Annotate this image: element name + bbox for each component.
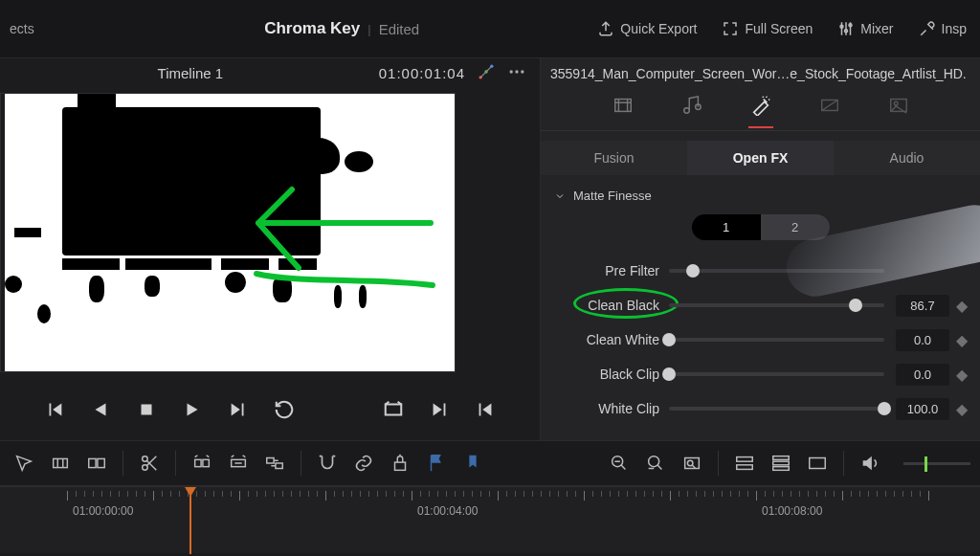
tab-fusion[interactable]: Fusion xyxy=(541,141,687,175)
svg-point-6 xyxy=(510,70,513,73)
tab-transition-icon[interactable] xyxy=(817,95,842,128)
quick-export-button[interactable]: Quick Export xyxy=(597,20,697,37)
svg-rect-34 xyxy=(773,461,790,465)
play-reverse-button[interactable] xyxy=(90,399,111,423)
timeline-view-a[interactable] xyxy=(730,453,759,474)
slider-track[interactable] xyxy=(669,338,884,342)
svg-point-15 xyxy=(894,101,898,105)
zoom-fit-button[interactable] xyxy=(641,453,670,474)
viewer-pane: Timeline 1 01:00:01:04 xyxy=(0,58,541,440)
keyframe-icon[interactable]: ◆ xyxy=(949,331,974,349)
time-ruler[interactable]: 01:00:00:00 01:00:04:00 01:00:08:00 xyxy=(67,491,980,520)
svg-rect-33 xyxy=(773,456,790,460)
svg-rect-32 xyxy=(737,465,753,470)
ruler-label: 01:00:08:00 xyxy=(762,504,822,518)
slider-value[interactable]: 0.0 xyxy=(896,364,949,386)
slider-track[interactable] xyxy=(669,407,884,411)
more-icon xyxy=(507,62,526,81)
matte-finesse-header[interactable]: Matte Finesse xyxy=(541,175,980,209)
slider-track[interactable] xyxy=(669,372,884,376)
project-title: Chroma Key xyxy=(264,19,360,38)
svg-rect-9 xyxy=(142,405,152,415)
mute-button[interactable] xyxy=(856,453,884,474)
inspector-button[interactable]: Insp xyxy=(919,20,967,37)
svg-rect-17 xyxy=(89,458,96,467)
svg-rect-16 xyxy=(54,458,68,467)
fullscreen-icon xyxy=(722,20,739,37)
clip-name: 355914_Man_Computer_Screen_Wor…e_Stock_F… xyxy=(541,58,980,89)
tab-effects-icon[interactable] xyxy=(748,95,773,128)
tab-image-icon[interactable] xyxy=(886,95,911,128)
viewer-options-button[interactable] xyxy=(507,62,526,84)
timecode[interactable]: 01:00:01:04 xyxy=(379,65,465,81)
timeline-zoom-slider[interactable] xyxy=(903,462,970,465)
segment-2[interactable]: 2 xyxy=(761,214,830,240)
play-button[interactable] xyxy=(182,399,203,423)
tab-openfx[interactable]: Open FX xyxy=(687,141,834,175)
marker-button[interactable] xyxy=(458,453,487,474)
title-separator: | xyxy=(368,22,370,36)
inspector-pane: 355914_Man_Computer_Screen_Wor…e_Stock_F… xyxy=(541,58,980,440)
svg-rect-24 xyxy=(267,458,274,464)
edit-toolbar xyxy=(0,440,980,486)
timeline-view-c[interactable] xyxy=(803,453,832,474)
next-clip-button[interactable] xyxy=(429,399,450,423)
slider-value[interactable]: 0.0 xyxy=(896,329,949,351)
tab-video-icon[interactable] xyxy=(611,95,635,128)
keyframe-icon[interactable]: ◆ xyxy=(949,366,974,384)
svg-rect-25 xyxy=(276,463,282,469)
full-screen-button[interactable]: Full Screen xyxy=(722,20,813,37)
slider-track[interactable] xyxy=(669,269,884,273)
slider-label: Clean White xyxy=(541,332,669,347)
tab-audio-icon[interactable] xyxy=(679,95,704,128)
flag-button[interactable] xyxy=(422,453,451,474)
svg-point-8 xyxy=(521,70,523,73)
zoom-custom-button[interactable] xyxy=(678,453,706,474)
fx-tab-group: Fusion Open FX Audio xyxy=(541,141,980,175)
playhead[interactable] xyxy=(189,487,191,554)
slider-track[interactable] xyxy=(669,303,884,307)
segment-1[interactable]: 1 xyxy=(692,214,761,240)
ruler-label: 01:00:04:00 xyxy=(417,504,478,518)
slider-label: Pre Filter xyxy=(541,263,669,278)
color-wand-button[interactable] xyxy=(477,62,496,84)
selection-tool[interactable] xyxy=(10,453,38,474)
zoom-out-button[interactable] xyxy=(605,453,634,474)
tab-audio[interactable]: Audio xyxy=(834,141,980,175)
effects-label: ects xyxy=(10,21,86,36)
mixer-button[interactable]: Mixer xyxy=(837,20,893,37)
go-start-button[interactable] xyxy=(44,399,65,423)
position-lock-button[interactable] xyxy=(386,453,414,474)
match-frame-button[interactable] xyxy=(383,399,404,423)
snap-button[interactable] xyxy=(313,453,342,474)
replace-clip-button[interactable] xyxy=(260,453,289,474)
razor-tool[interactable] xyxy=(135,453,164,474)
slider-pre-filter: Pre Filter xyxy=(541,254,980,288)
timeline[interactable]: 01:00:00:00 01:00:04:00 01:00:08:00 xyxy=(0,486,980,553)
transport-controls xyxy=(0,376,540,423)
loop-button[interactable] xyxy=(274,399,295,423)
go-end-button[interactable] xyxy=(228,399,249,423)
slider-clean-black: Clean Black 86.7 ◆ xyxy=(541,288,980,322)
slider-white-clip: White Clip 100.0 ◆ xyxy=(541,391,980,426)
matte-page-segment[interactable]: 1 2 xyxy=(692,214,830,240)
stop-button[interactable] xyxy=(136,399,157,423)
trim-tool[interactable] xyxy=(46,453,75,474)
prev-clip-button[interactable] xyxy=(475,399,496,423)
keyframe-icon[interactable]: ◆ xyxy=(949,297,974,315)
link-button[interactable] xyxy=(349,453,378,474)
slider-label: White Clip xyxy=(541,401,669,416)
viewer[interactable] xyxy=(5,94,455,371)
slider-label: Black Clip xyxy=(541,367,669,382)
svg-point-7 xyxy=(515,70,518,73)
keyframe-icon[interactable]: ◆ xyxy=(949,400,974,418)
slider-black-clip: Black Clip 0.0 ◆ xyxy=(541,357,980,391)
svg-rect-10 xyxy=(386,405,402,415)
svg-rect-21 xyxy=(195,459,201,466)
overwrite-clip-button[interactable] xyxy=(224,453,253,474)
slider-value[interactable]: 86.7 xyxy=(896,295,949,317)
timeline-view-b[interactable] xyxy=(767,453,795,474)
slider-value[interactable]: 100.0 xyxy=(896,398,949,420)
ripple-tool[interactable] xyxy=(82,453,111,474)
insert-clip-button[interactable] xyxy=(188,453,216,474)
